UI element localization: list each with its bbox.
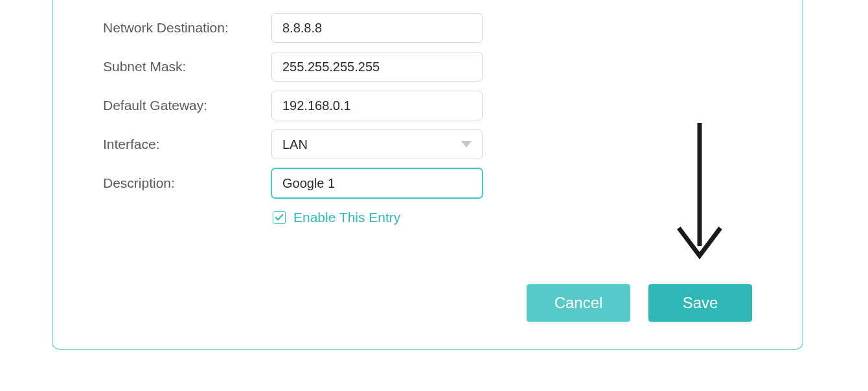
label-enable-entry[interactable]: Enable This Entry bbox=[293, 210, 400, 225]
checkbox-enable-entry[interactable] bbox=[273, 211, 286, 224]
input-subnet-mask[interactable] bbox=[271, 52, 483, 82]
save-button[interactable]: Save bbox=[648, 284, 752, 322]
label-description: Description: bbox=[103, 175, 271, 191]
select-interface-value: LAN bbox=[282, 137, 461, 152]
row-subnet-mask: Subnet Mask: bbox=[52, 52, 803, 82]
label-network-destination: Network Destination: bbox=[103, 20, 271, 36]
cancel-button[interactable]: Cancel bbox=[527, 284, 630, 322]
row-default-gateway: Default Gateway: bbox=[52, 91, 803, 120]
input-default-gateway[interactable] bbox=[271, 91, 483, 120]
input-network-destination[interactable] bbox=[271, 13, 483, 43]
label-default-gateway: Default Gateway: bbox=[103, 98, 271, 113]
form-buttons: Cancel Save bbox=[527, 284, 752, 322]
select-interface[interactable]: LAN bbox=[271, 129, 483, 159]
label-subnet-mask: Subnet Mask: bbox=[103, 59, 271, 74]
row-enable-entry: Enable This Entry bbox=[273, 210, 803, 225]
chevron-down-icon bbox=[461, 141, 472, 148]
routing-entry-form: Network Destination: Subnet Mask: Defaul… bbox=[52, 0, 803, 350]
row-interface: Interface: LAN bbox=[52, 129, 803, 159]
label-interface: Interface: bbox=[103, 137, 271, 152]
row-description: Description: bbox=[52, 168, 803, 198]
check-icon bbox=[275, 213, 284, 222]
input-description[interactable] bbox=[271, 168, 483, 198]
row-network-destination: Network Destination: bbox=[52, 13, 803, 43]
